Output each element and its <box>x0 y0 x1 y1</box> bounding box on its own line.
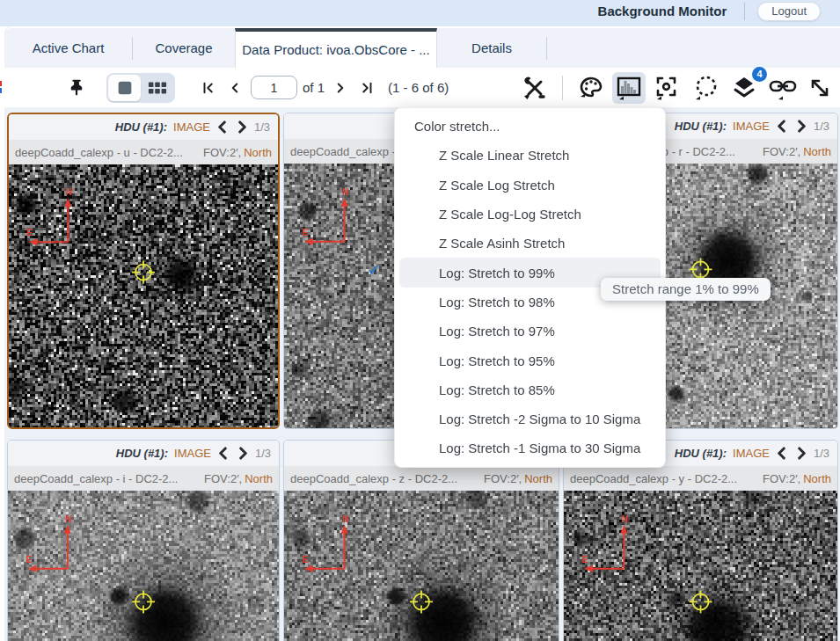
histogram-stretch-icon[interactable] <box>612 72 646 104</box>
grid-view-icon[interactable] <box>141 75 173 101</box>
tile-north-label: North <box>524 472 552 485</box>
fits-image-canvas-u[interactable] <box>9 164 278 427</box>
stretch-range-tooltip: Stretch range 1% to 99% <box>601 278 771 301</box>
menu-item-zscale-asinh[interactable]: Z Scale Asinh Stretch <box>395 229 665 258</box>
pin-icon[interactable] <box>64 76 89 100</box>
tab-bar: Active Chart Coverage Data Product: ivoa… <box>4 28 840 68</box>
tab-data-product[interactable]: Data Product: ivoa.ObsCore - ... <box>235 28 437 68</box>
top-bar: Background Monitor Logout <box>0 0 840 26</box>
menu-item-label: Log: Stretch to 99% <box>439 266 555 280</box>
app-window: Background Monitor Logout Active Chart C… <box>0 0 840 641</box>
tab-divider <box>546 37 547 60</box>
fits-image-canvas-i[interactable] <box>8 491 279 641</box>
hdu-label: HDU (#1): <box>115 120 167 134</box>
tile-title-row: deepCoadd_calexp - i - DC2-2... FOV:2′,N… <box>8 466 279 491</box>
single-view-icon[interactable] <box>108 75 141 101</box>
tile-title: deepCoadd_calexp - y - DC2-2... <box>570 472 737 485</box>
tile-north-label: North <box>245 472 273 485</box>
palette-icon[interactable] <box>574 72 608 104</box>
page-of-label: of 1 <box>303 80 325 95</box>
hdu-page-indicator: 1/3 <box>814 447 829 460</box>
tile-north-label: North <box>244 146 272 159</box>
left-edge-mark-red <box>0 81 2 86</box>
hdu-label: HDU (#1): <box>675 120 727 133</box>
tile-title: deepCoadd_calexp - u - DC2-2... <box>15 146 183 159</box>
tile-fov-label: FOV:2′, <box>204 472 242 485</box>
menu-item-log-95[interactable]: Log: Stretch to 95% <box>395 346 665 375</box>
hdu-next-icon[interactable] <box>237 120 248 134</box>
first-page-icon[interactable] <box>198 77 219 98</box>
pagination: of 1 (1 - 6 of 6) <box>198 76 449 99</box>
tile-title: deepCoadd_calexp - z - DC2-2... <box>290 472 457 485</box>
fits-image-canvas-z[interactable] <box>284 491 559 641</box>
top-bar-divider <box>744 3 745 20</box>
hdu-type-label: IMAGE <box>733 447 770 460</box>
prev-page-icon[interactable] <box>224 77 245 98</box>
tile-fov-label: FOV:2′, <box>203 146 241 159</box>
hdu-page-indicator: 1/3 <box>255 447 271 460</box>
menu-header-color-stretch: Color stretch... <box>395 112 665 141</box>
image-tile-z[interactable]: HDU (#1): IMAGE 1/3 deepCoadd_calexp - z… <box>283 440 559 641</box>
hdu-prev-icon[interactable] <box>217 447 229 460</box>
tile-fov-label: FOV:2′, <box>484 472 522 485</box>
tile-north-label: North <box>803 145 831 158</box>
toolbar-divider <box>562 76 563 100</box>
image-toolbar: of 1 (1 - 6 of 6) <box>4 68 840 107</box>
tile-north-label: North <box>803 472 831 485</box>
view-mode-toggle <box>106 73 175 103</box>
link-icon[interactable] <box>765 72 800 104</box>
tile-title-row: deepCoadd_calexp - z - DC2-2... FOV:2′,N… <box>284 466 559 491</box>
tile-title: deepCoadd_calexp - i - DC2-2... <box>14 472 178 485</box>
menu-item-zscale-log[interactable]: Z Scale Log Stretch <box>395 171 665 200</box>
last-page-icon[interactable] <box>356 77 377 98</box>
logout-button[interactable]: Logout <box>757 2 821 21</box>
hdu-label: HDU (#1): <box>675 447 727 460</box>
background-monitor-button[interactable]: Background Monitor <box>593 2 733 20</box>
hdu-prev-icon[interactable] <box>776 120 787 133</box>
image-tile-y[interactable]: HDU (#1): IMAGE 1/3 deepCoadd_calexp - y… <box>563 440 838 641</box>
tile-title-row: deepCoadd_calexp - u - DC2-2... FOV:2′,N… <box>9 140 278 164</box>
hdu-type-label: IMAGE <box>733 120 770 133</box>
tile-fov-label: FOV:2′, <box>763 145 800 158</box>
hdu-page-indicator: 1/3 <box>814 120 829 133</box>
check-icon: ✓ <box>368 261 380 280</box>
tools-icon[interactable] <box>519 72 551 104</box>
menu-item-zscale-linear[interactable]: Z Scale Linear Stretch <box>395 141 665 170</box>
menu-item-log-97[interactable]: Log: Stretch to 97% <box>395 317 665 346</box>
hdu-next-icon[interactable] <box>237 447 249 460</box>
hdu-type-label: IMAGE <box>173 120 210 134</box>
image-tile-i[interactable]: HDU (#1): IMAGE 1/3 deepCoadd_calexp - i… <box>7 440 280 641</box>
hdu-next-icon[interactable] <box>796 447 807 460</box>
page-range-label: (1 - 6 of 6) <box>388 80 449 95</box>
fits-image-canvas-y[interactable] <box>564 491 837 641</box>
hdu-header: HDU (#1): IMAGE 1/3 <box>8 441 279 466</box>
menu-item-log-minus2-10sigma[interactable]: Log: Stretch -2 Sigma to 10 Sigma <box>395 404 665 433</box>
menu-item-zscale-loglog[interactable]: Z Scale Log-Log Stretch <box>395 200 665 229</box>
tab-details[interactable]: Details <box>437 28 546 68</box>
tile-title-row: deepCoadd_calexp - y - DC2-2... FOV:2′,N… <box>564 466 837 491</box>
hdu-label: HDU (#1): <box>116 447 168 460</box>
image-tile-u[interactable]: HDU (#1): IMAGE 1/3 deepCoadd_calexp - u… <box>7 113 280 429</box>
left-edge-mark-blue <box>0 88 2 93</box>
tab-active-chart[interactable]: Active Chart <box>4 28 132 68</box>
hdu-type-label: IMAGE <box>174 447 211 460</box>
expand-icon[interactable] <box>805 73 835 103</box>
menu-item-log-minus1-30sigma[interactable]: Log: Stretch -1 Sigma to 30 Sigma <box>395 433 665 463</box>
next-page-icon[interactable] <box>330 77 351 98</box>
tile-fov-label: FOV:2′, <box>763 472 800 485</box>
hdu-prev-icon[interactable] <box>216 120 228 134</box>
page-number-input[interactable] <box>251 76 297 99</box>
layers-icon[interactable]: 4 <box>727 72 761 104</box>
tab-coverage[interactable]: Coverage <box>133 28 235 68</box>
recenter-icon[interactable] <box>650 72 683 104</box>
menu-item-log-85[interactable]: Log: Stretch to 85% <box>395 375 665 404</box>
hdu-page-indicator: 1/3 <box>254 120 270 134</box>
hdu-header: HDU (#1): IMAGE 1/3 <box>9 114 278 140</box>
select-area-icon[interactable] <box>688 72 723 104</box>
hdu-prev-icon[interactable] <box>776 447 787 460</box>
hdu-next-icon[interactable] <box>796 120 807 133</box>
